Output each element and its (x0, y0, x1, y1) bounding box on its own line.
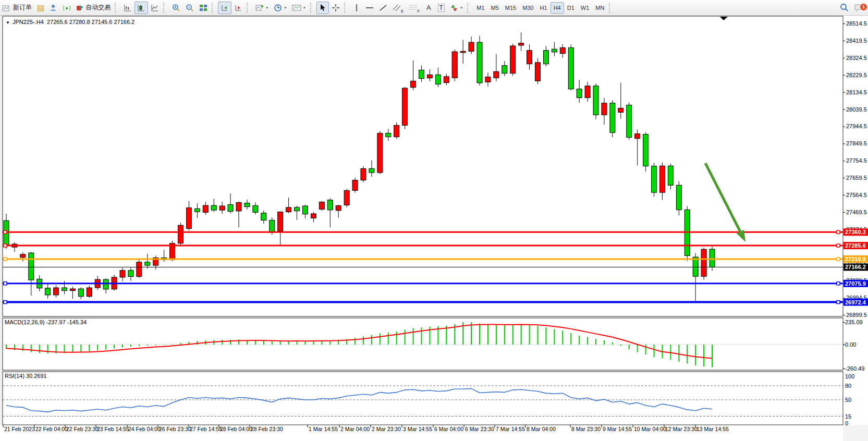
candlestick-mode-button[interactable] (135, 2, 148, 14)
indicators-button[interactable]: ▼ (253, 2, 271, 14)
text-tool-button[interactable]: A (422, 2, 435, 14)
price-line-label: 26972.4 (845, 299, 866, 305)
crosshair-tool-button[interactable] (329, 2, 343, 14)
candle-body (710, 249, 715, 267)
timeframe-d1-button[interactable]: D1 (564, 2, 578, 14)
cursor-tool-button[interactable] (316, 2, 329, 14)
trendline-tool-button[interactable] (376, 2, 390, 14)
line-anchor[interactable] (837, 282, 840, 285)
time-tick-label: 13 Mar 14:55 (696, 426, 729, 432)
line-anchor[interactable] (837, 258, 840, 261)
candle-body (70, 289, 75, 290)
indicators-icon (255, 4, 264, 12)
channel-icon (393, 4, 401, 12)
candle-body (186, 208, 191, 229)
accounts-button[interactable] (47, 2, 60, 14)
auto-scroll-button[interactable] (218, 2, 231, 14)
candle-body (659, 166, 665, 192)
periods-button[interactable]: ▼ (271, 2, 289, 14)
horizontal-line-icon (365, 5, 374, 11)
zoom-out-button[interactable] (183, 2, 197, 14)
timeframe-m1-button[interactable]: M1 (473, 2, 487, 14)
candle-body (278, 212, 283, 231)
signal-icon (63, 4, 71, 12)
timeframe-w1-button[interactable]: W1 (578, 2, 593, 14)
templates-button[interactable]: ▼ (289, 2, 309, 14)
time-axis[interactable]: 21 Feb 202322 Feb 04:0022 Feb 23:3023 Fe… (3, 425, 729, 432)
fibonacci-tool-button[interactable]: F (406, 2, 422, 14)
trend-arrow-annotation[interactable] (705, 163, 745, 242)
timeframe-h1-button[interactable]: H1 (537, 2, 551, 14)
toolbar-grip (115, 3, 119, 13)
panel-frame (3, 318, 843, 370)
candle-body (344, 190, 349, 205)
candle-body (452, 52, 457, 78)
arrows-tool-button[interactable]: ▼ (447, 2, 466, 14)
candle-body (502, 66, 507, 74)
price-line-label: 27210.9 (845, 256, 866, 262)
search-button[interactable] (837, 2, 851, 14)
zoom-in-button[interactable] (169, 2, 183, 14)
timeframe-m30-button[interactable]: M30 (519, 2, 536, 14)
ohlc-values: 27265.6 27280.8 27145.6 27166.2 (47, 19, 135, 25)
line-anchor[interactable] (837, 230, 840, 234)
candle-body (386, 133, 391, 137)
candle-body (510, 46, 516, 74)
timeframe-m5-button[interactable]: M5 (488, 2, 502, 14)
auto-trading-button[interactable]: 自动交易 (74, 2, 113, 14)
line-anchor[interactable] (4, 301, 7, 304)
chart-title: ▼JPN225-.H4 27265.6 27280.8 27145.6 2716… (6, 19, 135, 25)
candle-body (701, 249, 706, 276)
market-watch-button[interactable]: ▤ (34, 2, 47, 14)
new-order-button[interactable]: 新订单 (10, 2, 34, 14)
candle-body (535, 63, 541, 81)
time-tick-label: 26 Feb 23:30 (159, 426, 191, 432)
price-tick-label: 27849.5 (846, 140, 867, 146)
candle-body (20, 254, 26, 258)
text-label-tool-button[interactable]: T (435, 2, 447, 14)
tile-windows-button[interactable] (197, 2, 210, 14)
notification-badge: 1 (860, 3, 867, 11)
rsi-axis-label: 15 (845, 413, 851, 420)
notifications-button[interactable]: 1 (851, 2, 866, 14)
time-tick-label: 2 Mar 23:30 (372, 426, 401, 432)
chart-shift-button[interactable] (231, 2, 245, 14)
time-tick-label: 28 Feb 23:30 (251, 426, 283, 432)
candle-body (261, 213, 266, 220)
line-anchor[interactable] (4, 244, 7, 247)
signals-button[interactable] (60, 2, 74, 14)
candle-body (560, 47, 565, 53)
candle-body (295, 207, 300, 211)
line-anchor[interactable] (4, 258, 7, 261)
candle-body (444, 77, 449, 83)
timeframe-m15-button[interactable]: M15 (502, 2, 519, 14)
line-anchor[interactable] (4, 282, 7, 285)
line-anchor[interactable] (837, 244, 840, 247)
symbol-dropdown-icon[interactable]: ▼ (6, 20, 10, 25)
line-anchor[interactable] (4, 230, 7, 234)
time-tick-label: 28 Feb 04:00 (220, 426, 252, 432)
vertical-line-tool-button[interactable] (350, 2, 363, 14)
chart-canvas[interactable]: 28514.528419.528324.528229.528134.528039… (0, 0, 868, 441)
horizontal-line-tool-button[interactable] (363, 2, 376, 14)
rsi-indicator-label: RSI(14) 30.2691 (5, 373, 47, 379)
channel-tool-button[interactable]: E (390, 2, 406, 14)
macd-signal-line (6, 324, 712, 358)
timeframe-mn-button[interactable]: MN (592, 2, 607, 14)
price-tick-label: 28229.5 (846, 72, 867, 78)
candle-body (302, 206, 308, 214)
toolbar-grip (247, 3, 251, 13)
line-anchor[interactable] (837, 301, 840, 304)
price-line-label: 27360.3 (845, 229, 866, 235)
candle-body (527, 51, 532, 64)
candle-body (394, 125, 399, 137)
candle-body (327, 200, 333, 210)
candle-body (627, 105, 632, 138)
chart-shift-marker[interactable] (720, 17, 728, 20)
timeframe-h4-button[interactable]: H4 (551, 2, 564, 14)
candle-body (236, 203, 241, 211)
arrows-icon (450, 4, 458, 12)
candle-body (87, 288, 92, 297)
line-chart-mode-button[interactable] (148, 2, 162, 14)
bar-chart-mode-button[interactable] (121, 2, 135, 14)
